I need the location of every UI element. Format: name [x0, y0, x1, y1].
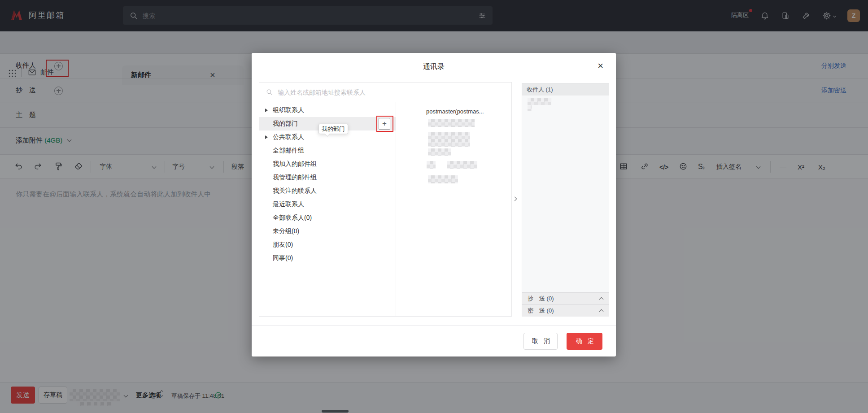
bcc-collapse-band[interactable]: 密 送 (0) [522, 304, 609, 317]
annotation-box-add-button [376, 116, 393, 132]
contacts-search-input[interactable] [278, 89, 505, 96]
alimail-app: 阿里邮箱 隔离区 Z 邮件 新邮件 × [0, 0, 868, 413]
contact-redacted[interactable] [428, 132, 470, 147]
dialog-title: 通讯录 [252, 62, 616, 72]
collapse-up-icon [599, 309, 604, 314]
dialog-close-icon[interactable]: × [595, 59, 606, 73]
tree-item-all-mail-groups[interactable]: 全部邮件组 [259, 144, 396, 157]
selected-recipient-redacted[interactable] [528, 98, 551, 105]
selected-recipients-panel: 收件人 (1) 抄 送 (0) 密 送 (0) [522, 83, 609, 317]
tree-item-all-contacts[interactable]: 全部联系人(0) [259, 211, 396, 225]
tree-item-org-contacts[interactable]: 组织联系人 [259, 104, 396, 117]
expand-arrow-icon[interactable] [265, 109, 268, 112]
selected-recipient-redacted-2 [528, 105, 532, 111]
tree-item-friends[interactable]: 朋友(0) [259, 238, 396, 252]
confirm-button[interactable]: 确 定 [567, 333, 602, 350]
tooltip-my-department: 我的部门 [318, 124, 348, 134]
search-icon [266, 88, 273, 96]
contacts-search[interactable] [259, 83, 511, 102]
cancel-button[interactable]: 取 消 [523, 333, 558, 350]
contact-redacted[interactable] [427, 161, 436, 169]
expand-arrow-icon[interactable] [265, 135, 268, 139]
expand-panel-chevron-right-icon[interactable] [513, 194, 516, 202]
contact-redacted[interactable] [428, 175, 458, 183]
contact-redacted[interactable] [428, 119, 475, 127]
contact-redacted[interactable] [447, 161, 477, 169]
contacts-picker-box: 我的部门 组织联系人 我的部门 + 公共联系人 全部邮件组 我加入的邮件组 我管… [259, 82, 512, 317]
tree-item-joined-mail-groups[interactable]: 我加入的邮件组 [259, 157, 396, 171]
cc-collapse-band[interactable]: 抄 送 (0) [522, 292, 609, 304]
tree-item-managed-mail-groups[interactable]: 我管理的邮件组 [259, 171, 396, 184]
tree-item-colleagues[interactable]: 同事(0) [259, 252, 396, 265]
tree-item-recent-contacts[interactable]: 最近联系人 [259, 198, 396, 211]
contact-redacted[interactable] [428, 148, 451, 156]
contacts-dialog: 通讯录 × 我的部门 组织联系人 我的部门 + 公共联系人 全部邮件组 我加入的… [252, 53, 616, 356]
tree-item-followed-contacts[interactable]: 我关注的联系人 [259, 184, 396, 198]
tree-item-ungrouped[interactable]: 未分组(0) [259, 225, 396, 238]
collapse-up-icon [599, 297, 604, 302]
contacts-list: postmaster(postmas... [397, 102, 512, 316]
contact-postmaster[interactable]: postmaster(postmas... [426, 108, 484, 115]
dialog-footer-divider [252, 325, 616, 326]
recipients-header: 收件人 (1) [522, 83, 609, 96]
